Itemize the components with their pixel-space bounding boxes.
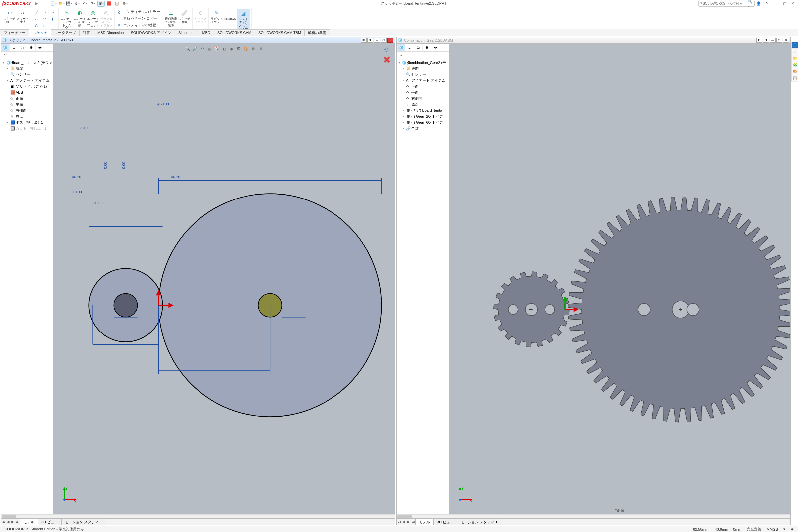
dim-d62b[interactable]: ⌀6.20	[171, 175, 180, 179]
cmd-tab-2[interactable]: マークアップ	[51, 29, 80, 36]
fm-tab-conf-r[interactable]: 🗂	[414, 44, 423, 51]
linear-pattern-button[interactable]: ⋮⋮直線パターン コピー	[116, 15, 158, 22]
line-tool[interactable]: ╱	[33, 9, 40, 15]
cmd-tab-7[interactable]: MBD	[198, 29, 214, 36]
dim-0a[interactable]: 0.00	[103, 162, 108, 169]
filter-icon[interactable]: ▽	[1, 51, 10, 58]
tree-item[interactable]: ▸🟦ボス - 押し出し1	[2, 119, 53, 125]
exit-sketch-button[interactable]: ↩スケッチ 終了	[3, 8, 16, 25]
tree-item[interactable]: 🔍センサー	[2, 72, 53, 77]
pane-btn-1[interactable]: ◧	[361, 38, 367, 42]
prev-view-icon[interactable]: ↶	[199, 45, 206, 52]
new-icon[interactable]: 📄▾	[50, 1, 57, 7]
fm-tab-more[interactable]: ◂▸	[36, 44, 44, 51]
status-units[interactable]: MMGS	[767, 527, 778, 531]
feature-tree-right[interactable]: ▾🧊🎓Combination_Gear2 (デ ▸📜履歴🔍センサー▸Aアノテート…	[397, 58, 449, 133]
cmd-tab-3[interactable]: 評価	[79, 29, 94, 36]
ellipse-tool[interactable]: ⬭	[41, 23, 48, 28]
left-pane-titlebar[interactable]: 🧊 スケッチ2 ← Board_tentative2.SLDPRT ◧ ◨ — …	[1, 37, 395, 43]
filter-icon-r[interactable]: ▽	[397, 51, 405, 58]
tree-root-r[interactable]: ▾🧊🎓Combination_Gear2 (デ	[397, 59, 448, 65]
rect-tool[interactable]: ▭	[33, 16, 40, 22]
cmd-tab-1[interactable]: スケッチ	[29, 30, 51, 36]
home-icon[interactable]: ⌂	[41, 1, 49, 7]
fm-tab-tree-r[interactable]: 🧊	[397, 44, 405, 51]
tree-item[interactable]: ▣ソリッド ボディ(1)	[2, 83, 53, 90]
slot-tool[interactable]: ◖	[49, 16, 56, 22]
pane-max-r[interactable]: ▢	[776, 38, 782, 42]
tree-item[interactable]: 🔲カット - 押し出し1	[2, 125, 53, 131]
scene-icon[interactable]: 🖼	[235, 45, 242, 52]
search-icon[interactable]: 🔍▾	[748, 0, 753, 8]
rebuild-icon[interactable]: 🟥	[106, 1, 113, 7]
arc-tool[interactable]: ◠	[41, 16, 48, 22]
view-triad-right[interactable]: x Y	[457, 487, 473, 503]
smart-dimension-button[interactable]: ↔スマート 寸法	[16, 8, 29, 25]
open-icon[interactable]: 📂▾	[58, 1, 65, 7]
tree-root[interactable]: ▾🧊🎓Board_tentative2 (デフォ	[2, 59, 53, 65]
tree-item[interactable]: ◇正面	[2, 95, 53, 101]
fm-tab-conf[interactable]: 🗂	[18, 44, 27, 51]
status-cog-icon[interactable]: ◈	[791, 527, 793, 531]
tab-nav-next[interactable]: ▶	[10, 520, 15, 524]
play-icon[interactable]: ▶	[35, 1, 38, 6]
dim-30[interactable]: 30.00	[93, 201, 103, 205]
instant2d-button[interactable]: ↔Instant2D	[224, 8, 237, 21]
tree-item[interactable]: ◇平面	[2, 101, 53, 108]
fm-tab-dim-r[interactable]: ⊕	[423, 44, 431, 51]
maximize-button[interactable]: ▢	[781, 1, 789, 7]
help-icon[interactable]: ?	[763, 1, 771, 7]
undo-icon[interactable]: ↶▾	[81, 1, 89, 7]
bottom-tab[interactable]: モーション スタディ 1	[457, 519, 501, 525]
dim-10[interactable]: 10.00	[73, 190, 82, 194]
tree-item[interactable]: ▸🎓(固定) Board_tenta	[397, 108, 448, 113]
zoom-fit-icon[interactable]: 🔍	[184, 45, 191, 52]
circle-tool[interactable]: ○	[41, 9, 48, 15]
pane-btn-1r[interactable]: ◧	[757, 38, 762, 42]
cmd-tab-5[interactable]: SOLIDWORKS アドイン	[127, 29, 175, 36]
tree-item[interactable]: ◇平面	[397, 90, 448, 95]
section-icon[interactable]: ▦	[206, 45, 213, 52]
offset-button[interactable]: ◎エンティティ オフセット	[87, 8, 100, 28]
point-tool[interactable]: ∙	[49, 23, 56, 28]
tree-item[interactable]: 🔍センサー	[397, 72, 448, 77]
tab-nav-first[interactable]: ⏮	[1, 520, 6, 524]
geom-constraint-button[interactable]: ⊥幾何拘束の 表示/削除	[164, 8, 177, 28]
confirm-corner-ok[interactable]: ⟲	[383, 45, 389, 54]
bottom-tab[interactable]: モデル	[415, 519, 434, 525]
h-scrollbar-right[interactable]	[397, 514, 790, 518]
tree-item[interactable]: 🧱ABS	[2, 90, 53, 95]
mirror-button[interactable]: ⧎エンティティのミラー	[116, 8, 161, 15]
sketch-repair-button[interactable]: 🩹スケッチ 修復	[177, 8, 191, 25]
h-scrollbar-left[interactable]	[1, 514, 395, 518]
trim-button[interactable]: ✂エンティティの トリム(T)	[60, 8, 73, 31]
rapid-sketch-button[interactable]: ✎ラピッドスケッチ	[210, 8, 224, 25]
dim-0b[interactable]: 0.00	[122, 162, 126, 169]
settings-icon[interactable]: ⚙▾	[121, 1, 129, 7]
left-viewport[interactable]: 🔍 🔎 ↶ ▦ 🎲 ◧ ◉ 🖼 🎨 ⚙ 🖥 ⟲ ✖	[54, 43, 395, 514]
fm-tab-prop-r[interactable]: ≡	[405, 44, 414, 51]
cmd-tab-0[interactable]: フィーチャー	[0, 29, 29, 36]
poly-tool[interactable]: ⬡	[33, 23, 40, 28]
view-triad-left[interactable]: x Y	[61, 487, 77, 503]
pane-min[interactable]: —	[374, 38, 380, 42]
fm-tab-more-r[interactable]: ◂▸	[431, 44, 440, 51]
bottom-tab[interactable]: モデル	[20, 519, 38, 525]
tree-item[interactable]: ↳原点	[397, 101, 448, 108]
screen-icon[interactable]: 🖥	[258, 45, 264, 52]
fm-tab-tree[interactable]: 🧊	[1, 44, 10, 51]
view-orient-icon[interactable]: 🎲	[213, 45, 220, 52]
move-entity-button[interactable]: ✥エンティティの移動	[116, 22, 158, 28]
dim-d62a[interactable]: ⌀6.20	[72, 175, 81, 179]
pane-close[interactable]: ✕	[387, 38, 393, 42]
pane-close-r[interactable]: ✕	[783, 38, 789, 42]
tree-item[interactable]: ▸Aアノテート アイテム	[2, 77, 53, 83]
help-search[interactable]: ? 🔍▾	[698, 1, 755, 7]
cmd-tab-8[interactable]: SOLIDWORKS CAM	[214, 29, 255, 36]
right-pane-titlebar[interactable]: 🧊 Combination_Gear2.SLDASM ◧ ◨ — ▢ ✕	[397, 37, 790, 43]
cmd-tab-10[interactable]: 解析の準備	[304, 29, 330, 36]
tree-item[interactable]: ◇右側面	[2, 108, 53, 113]
tree-item[interactable]: ↳原点	[2, 113, 53, 119]
tab-nav-last[interactable]: ⏭	[15, 520, 20, 524]
appear-icon[interactable]: 🎨	[243, 45, 249, 52]
